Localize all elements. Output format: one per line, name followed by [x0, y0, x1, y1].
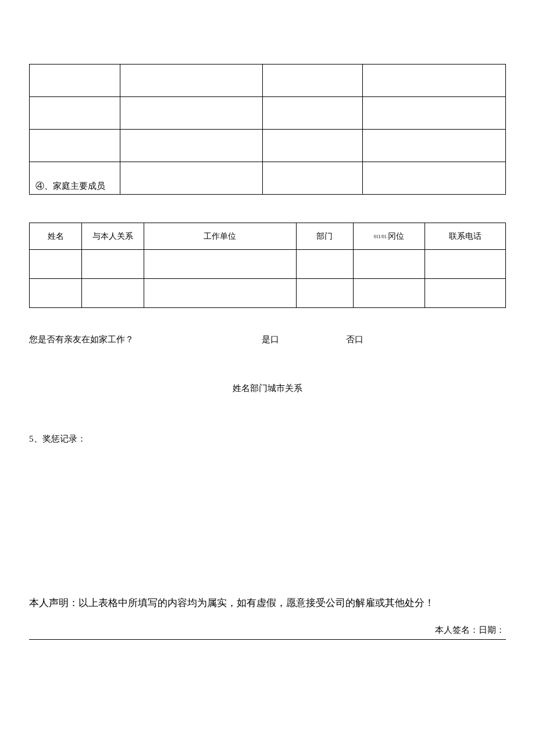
signature-date-label: 日期： [479, 625, 505, 635]
signature-line: 本人签名：日期： [29, 627, 506, 640]
cell[interactable] [425, 279, 505, 308]
cell[interactable] [120, 162, 263, 195]
cell[interactable] [296, 279, 353, 308]
header-name: 姓名 [30, 223, 82, 250]
cell[interactable] [363, 65, 506, 97]
cell[interactable] [120, 65, 263, 97]
table-row [30, 130, 506, 162]
position-text: 冈位 [388, 232, 404, 241]
cell[interactable] [82, 279, 144, 308]
cell[interactable] [353, 279, 425, 308]
signature-name-label: 本人签名： [435, 625, 479, 635]
header-department: 部门 [296, 223, 353, 250]
signature-labels: 本人签名：日期： [435, 625, 505, 636]
cell[interactable] [263, 162, 363, 195]
header-relation: 与本人关系 [82, 223, 144, 250]
family-members-table: 姓名 与本人关系 工作单位 部门 011/01.冈位 联系电话 [29, 223, 506, 308]
declaration-text: 本人声明：以上表格中所填写的内容均为属实，如有虚假，愿意接受公司的解雇或其他处分… [29, 596, 506, 611]
cell[interactable] [363, 97, 506, 130]
yes-checkbox-label[interactable]: 是口 [262, 334, 346, 345]
cell[interactable] [296, 250, 353, 279]
table-row [30, 279, 506, 308]
relatives-question-text: 您是否有亲友在如家工作？ [29, 334, 262, 345]
cell[interactable] [30, 250, 82, 279]
cell[interactable] [263, 130, 363, 162]
cell[interactable] [120, 97, 263, 130]
header-workplace: 工作单位 [144, 223, 296, 250]
cell[interactable] [30, 279, 82, 308]
section-4-label: ④、家庭主要成员 [30, 162, 120, 195]
cell[interactable] [144, 250, 296, 279]
upper-table: ④、家庭主要成员 [29, 64, 506, 195]
table-row [30, 97, 506, 130]
relatives-question-row: 您是否有亲友在如家工作？ 是口 否口 [29, 334, 506, 345]
cell[interactable] [363, 162, 506, 195]
header-phone: 联系电话 [425, 223, 505, 250]
position-prefix: 011/01. [374, 234, 388, 239]
table-header-row: 姓名 与本人关系 工作单位 部门 011/01.冈位 联系电话 [30, 223, 506, 250]
section-5-label: 5、奖惩记录： [29, 433, 506, 445]
table-row: ④、家庭主要成员 [30, 162, 506, 195]
cell[interactable] [353, 250, 425, 279]
cell[interactable] [425, 250, 505, 279]
cell[interactable] [263, 97, 363, 130]
no-checkbox-label[interactable]: 否口 [346, 334, 363, 345]
header-position: 011/01.冈位 [353, 223, 425, 250]
cell[interactable] [144, 279, 296, 308]
cell[interactable] [120, 130, 263, 162]
cell[interactable] [82, 250, 144, 279]
cell[interactable] [263, 65, 363, 97]
cell[interactable] [30, 97, 120, 130]
cell[interactable] [30, 130, 120, 162]
cell[interactable] [363, 130, 506, 162]
relation-info-label: 姓名部门城市关系 [29, 383, 506, 394]
cell[interactable] [30, 65, 120, 97]
table-row [30, 250, 506, 279]
table-row [30, 65, 506, 97]
